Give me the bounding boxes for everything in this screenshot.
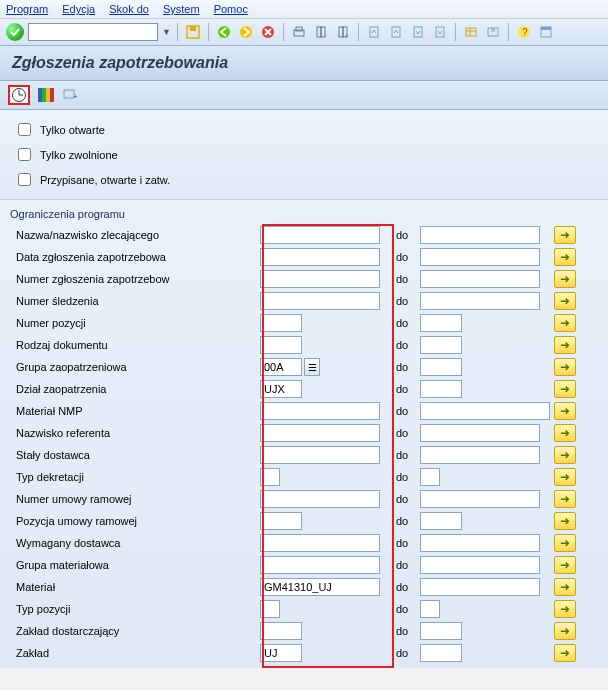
multiple-selection-button[interactable]: ➜ xyxy=(554,358,576,376)
multiple-selection-button[interactable]: ➜ xyxy=(554,270,576,288)
to-input[interactable] xyxy=(420,424,540,442)
variants-icon[interactable] xyxy=(38,88,54,102)
menu-edit[interactable]: Edycja xyxy=(62,3,95,15)
to-input[interactable] xyxy=(420,512,462,530)
to-input[interactable] xyxy=(420,600,440,618)
assigned-input[interactable] xyxy=(18,173,31,186)
only-open-input[interactable] xyxy=(18,123,31,136)
dynamic-selections-icon[interactable]: + xyxy=(62,86,80,104)
from-input[interactable] xyxy=(260,490,380,508)
to-input[interactable] xyxy=(420,644,462,662)
exit-icon[interactable] xyxy=(237,23,255,41)
from-input[interactable] xyxy=(260,622,302,640)
main-toolbar: ▼ + ? xyxy=(0,19,608,46)
to-label: do xyxy=(390,273,420,285)
only-released-checkbox[interactable]: Tylko zwolnione xyxy=(14,145,594,164)
from-input[interactable] xyxy=(260,644,302,662)
value-help-button[interactable]: ☰ xyxy=(304,358,320,376)
next-page-icon[interactable] xyxy=(409,23,427,41)
to-input[interactable] xyxy=(420,578,540,596)
to-input[interactable] xyxy=(420,468,440,486)
menu-program[interactable]: Program xyxy=(6,3,48,15)
multiple-selection-button[interactable]: ➜ xyxy=(554,226,576,244)
from-input[interactable] xyxy=(260,402,380,420)
multiple-selection-button[interactable]: ➜ xyxy=(554,622,576,640)
back-icon[interactable] xyxy=(215,23,233,41)
cancel-icon[interactable] xyxy=(259,23,277,41)
to-input[interactable] xyxy=(420,622,462,640)
multiple-selection-button[interactable]: ➜ xyxy=(554,490,576,508)
from-input[interactable] xyxy=(260,600,280,618)
multiple-selection-button[interactable]: ➜ xyxy=(554,292,576,310)
help-icon[interactable]: ? xyxy=(515,23,533,41)
from-input[interactable] xyxy=(260,424,380,442)
multiple-selection-button[interactable]: ➜ xyxy=(554,446,576,464)
from-input[interactable] xyxy=(260,314,302,332)
to-input[interactable] xyxy=(420,380,462,398)
to-label: do xyxy=(390,471,420,483)
multiple-selection-button[interactable]: ➜ xyxy=(554,512,576,530)
menu-system[interactable]: System xyxy=(163,3,200,15)
multiple-selection-button[interactable]: ➜ xyxy=(554,578,576,596)
to-input[interactable] xyxy=(420,226,540,244)
to-input[interactable] xyxy=(420,292,540,310)
command-field[interactable] xyxy=(28,23,158,41)
multiple-selection-button[interactable]: ➜ xyxy=(554,534,576,552)
from-input[interactable] xyxy=(260,380,302,398)
to-input[interactable] xyxy=(420,336,462,354)
to-input[interactable] xyxy=(420,314,462,332)
to-input[interactable] xyxy=(420,402,550,420)
session-icon[interactable] xyxy=(462,23,480,41)
shortcut-icon[interactable] xyxy=(484,23,502,41)
multiple-selection-button[interactable]: ➜ xyxy=(554,424,576,442)
first-page-icon[interactable] xyxy=(365,23,383,41)
from-input[interactable] xyxy=(260,468,280,486)
layout-icon[interactable] xyxy=(537,23,555,41)
execute-button[interactable] xyxy=(8,85,30,105)
multiple-selection-button[interactable]: ➜ xyxy=(554,556,576,574)
find-icon[interactable] xyxy=(312,23,330,41)
multiple-selection-button[interactable]: ➜ xyxy=(554,336,576,354)
field-label: Rodzaj dokumentu xyxy=(10,339,260,351)
field-label: Materiał NMP xyxy=(10,405,260,417)
to-input[interactable] xyxy=(420,556,540,574)
to-input[interactable] xyxy=(420,248,540,266)
multiple-selection-button[interactable]: ➜ xyxy=(554,380,576,398)
to-input[interactable] xyxy=(420,490,540,508)
prev-page-icon[interactable] xyxy=(387,23,405,41)
print-icon[interactable] xyxy=(290,23,308,41)
selection-row: Typ pozycjido➜ xyxy=(0,598,608,620)
from-input[interactable] xyxy=(260,226,380,244)
assigned-checkbox[interactable]: Przypisane, otwarte i zatw. xyxy=(14,170,594,189)
last-page-icon[interactable] xyxy=(431,23,449,41)
from-input[interactable] xyxy=(260,336,302,354)
from-input[interactable] xyxy=(260,358,302,376)
dropdown-icon[interactable]: ▼ xyxy=(162,27,171,37)
to-input[interactable] xyxy=(420,446,540,464)
save-icon[interactable] xyxy=(184,23,202,41)
from-input[interactable] xyxy=(260,270,380,288)
to-input[interactable] xyxy=(420,534,540,552)
only-released-input[interactable] xyxy=(18,148,31,161)
from-input[interactable] xyxy=(260,292,380,310)
to-input[interactable] xyxy=(420,358,462,376)
from-input[interactable] xyxy=(260,578,380,596)
multiple-selection-button[interactable]: ➜ xyxy=(554,644,576,662)
to-label: do xyxy=(390,251,420,263)
enter-icon[interactable] xyxy=(6,23,24,41)
multiple-selection-button[interactable]: ➜ xyxy=(554,402,576,420)
find-next-icon[interactable]: + xyxy=(334,23,352,41)
multiple-selection-button[interactable]: ➜ xyxy=(554,468,576,486)
only-open-checkbox[interactable]: Tylko otwarte xyxy=(14,120,594,139)
menu-help[interactable]: Pomoc xyxy=(214,3,248,15)
from-input[interactable] xyxy=(260,556,380,574)
multiple-selection-button[interactable]: ➜ xyxy=(554,314,576,332)
from-input[interactable] xyxy=(260,512,302,530)
multiple-selection-button[interactable]: ➜ xyxy=(554,248,576,266)
menu-jump[interactable]: Skok do xyxy=(109,3,149,15)
from-input[interactable] xyxy=(260,446,380,464)
to-input[interactable] xyxy=(420,270,540,288)
from-input[interactable] xyxy=(260,248,380,266)
multiple-selection-button[interactable]: ➜ xyxy=(554,600,576,618)
from-input[interactable] xyxy=(260,534,380,552)
